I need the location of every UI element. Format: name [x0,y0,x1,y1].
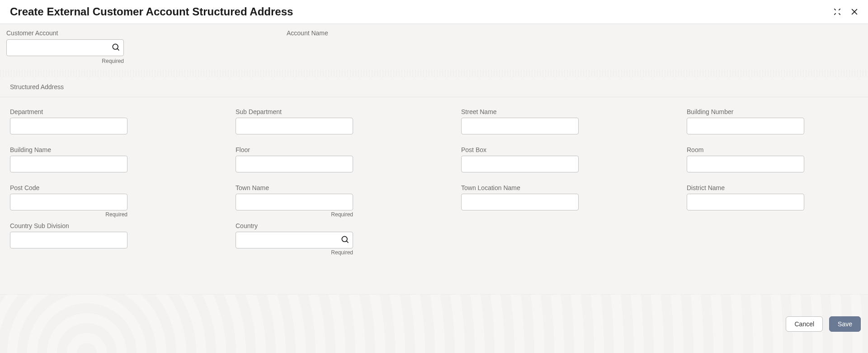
dialog-footer: Cancel Save [0,294,868,353]
street-name-field: Street Name [461,108,632,143]
svg-point-1 [342,236,347,242]
search-icon[interactable] [111,43,120,53]
sub-department-input[interactable] [236,118,353,134]
post-code-input[interactable] [10,194,127,210]
building-number-label: Building Number [687,108,858,115]
post-box-input[interactable] [461,156,579,172]
close-icon[interactable] [850,7,859,16]
department-label: Department [10,108,181,115]
customer-account-lookup [6,39,124,56]
room-input[interactable] [687,156,804,172]
town-location-name-field: Town Location Name [461,184,632,219]
town-name-required: Required [236,211,353,218]
account-name-field: Account Name [287,29,328,64]
district-name-field: District Name [687,184,858,219]
dialog-title: Create External Customer Account Structu… [10,5,293,18]
floor-field: Floor [236,146,407,181]
district-name-label: District Name [687,184,858,191]
post-code-required: Required [10,211,127,218]
department-field: Department [10,108,181,143]
sub-department-field: Sub Department [236,108,407,143]
country-sub-division-field: Country Sub Division [10,222,181,257]
country-required: Required [236,249,353,256]
district-name-input[interactable] [687,194,804,210]
country-sub-division-input[interactable] [10,232,127,248]
street-name-input[interactable] [461,118,579,134]
town-name-field: Town Name Required [236,184,407,219]
save-button[interactable]: Save [829,316,861,332]
town-name-label: Town Name [236,184,407,191]
customer-account-field: Customer Account Required [6,29,124,64]
country-sub-division-label: Country Sub Division [10,222,181,229]
country-field: Country Required [236,222,407,257]
town-location-name-input[interactable] [461,194,579,210]
header-actions [833,7,859,16]
floor-label: Floor [236,146,407,153]
building-name-label: Building Name [10,146,181,153]
country-label: Country [236,222,407,229]
svg-point-0 [113,44,118,49]
post-code-field: Post Code Required [10,184,181,219]
town-location-name-label: Town Location Name [461,184,632,191]
building-name-field: Building Name [10,146,181,181]
floor-input[interactable] [236,156,353,172]
structured-address-heading: Structured Address [0,77,868,97]
divider [0,70,868,77]
country-input[interactable] [236,232,353,248]
post-box-label: Post Box [461,146,632,153]
search-icon[interactable] [340,235,349,246]
restore-down-icon[interactable] [833,7,842,16]
structured-address-form: Department Sub Department Street Name Bu… [0,97,868,267]
account-section: Customer Account Required Account Name [0,24,868,70]
post-box-field: Post Box [461,146,632,181]
customer-account-input[interactable] [6,39,124,56]
customer-account-label: Customer Account [6,29,124,37]
room-label: Room [687,146,858,153]
building-number-input[interactable] [687,118,804,134]
department-input[interactable] [10,118,127,134]
post-code-label: Post Code [10,184,181,191]
account-name-label: Account Name [287,29,328,37]
country-lookup [236,232,353,248]
customer-account-required: Required [6,58,124,64]
street-name-label: Street Name [461,108,632,115]
sub-department-label: Sub Department [236,108,407,115]
building-name-input[interactable] [10,156,127,172]
town-name-input[interactable] [236,194,353,210]
dialog-header: Create External Customer Account Structu… [0,0,868,24]
room-field: Room [687,146,858,181]
building-number-field: Building Number [687,108,858,143]
cancel-button[interactable]: Cancel [786,316,823,332]
